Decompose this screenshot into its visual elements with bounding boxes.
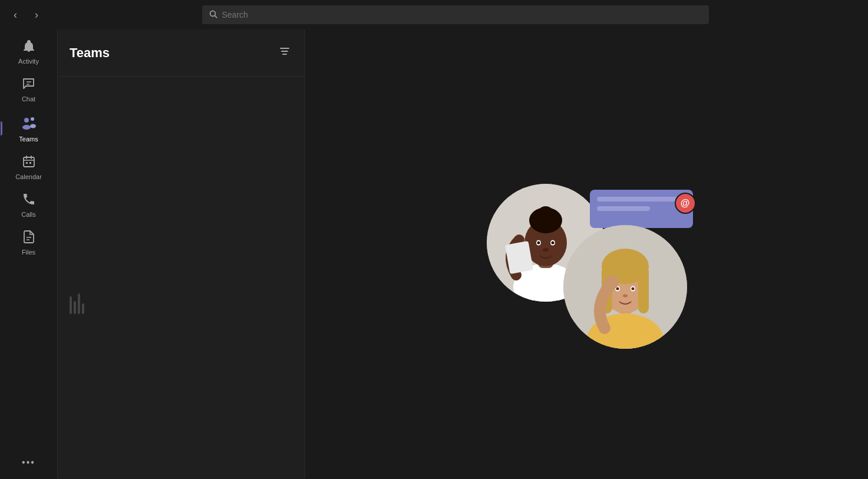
loading-bar-3 (78, 293, 80, 314)
svg-point-36 (616, 287, 619, 290)
message-bubble: @ (590, 190, 693, 228)
person2-circle (563, 225, 687, 349)
sidebar-item-calendar[interactable]: Calendar (5, 150, 52, 185)
svg-rect-8 (24, 157, 34, 167)
loading-bar-2 (74, 301, 76, 314)
sidebar-item-calls-label: Calls (21, 211, 35, 218)
svg-point-21 (537, 206, 554, 223)
sidebar-item-files[interactable]: Files (5, 225, 52, 260)
search-icon (209, 10, 217, 20)
loading-bars (70, 290, 84, 314)
svg-point-39 (623, 294, 628, 297)
chat-icon (22, 77, 36, 93)
sidebar-item-teams[interactable]: Teams (5, 110, 52, 147)
sidebar-item-more[interactable]: ••• (5, 453, 52, 472)
topbar: ‹ › (0, 0, 868, 29)
sidebar: Activity Chat Teams (0, 29, 58, 479)
illustration: @ (475, 160, 699, 349)
loading-bar-4 (82, 303, 84, 314)
filter-button[interactable] (276, 43, 293, 62)
svg-point-4 (24, 118, 29, 123)
teams-panel-header: Teams (58, 29, 305, 77)
person2-svg (563, 225, 687, 349)
at-badge: @ (675, 193, 696, 214)
msg-line-2 (597, 206, 651, 211)
teams-icon (21, 114, 37, 133)
svg-point-38 (631, 287, 634, 290)
more-icon: ••• (22, 458, 35, 467)
msg-line-1 (597, 197, 686, 201)
svg-rect-12 (26, 162, 28, 164)
svg-point-23 (537, 241, 540, 244)
svg-point-7 (30, 124, 36, 128)
sidebar-item-calls[interactable]: Calls (5, 187, 52, 223)
files-icon (22, 230, 36, 246)
forward-button[interactable]: › (28, 6, 45, 23)
svg-rect-27 (504, 240, 533, 273)
svg-point-40 (605, 275, 619, 289)
search-bar (202, 5, 709, 24)
calls-icon (22, 192, 36, 209)
activity-icon (22, 39, 36, 55)
sidebar-item-teams-label: Teams (19, 136, 38, 143)
sidebar-item-activity[interactable]: Activity (5, 34, 52, 70)
content-area: @ (305, 29, 868, 479)
sidebar-item-chat[interactable]: Chat (5, 72, 52, 107)
teams-panel-title: Teams (70, 45, 110, 61)
svg-point-5 (31, 117, 34, 121)
svg-rect-13 (29, 162, 31, 164)
svg-rect-34 (638, 266, 649, 313)
main-area: Activity Chat Teams (0, 29, 868, 479)
back-button[interactable]: ‹ (7, 6, 24, 23)
svg-point-25 (551, 241, 554, 244)
teams-panel: Teams (58, 29, 305, 479)
svg-point-26 (543, 248, 549, 252)
sidebar-item-files-label: Files (22, 249, 35, 256)
svg-line-1 (214, 15, 217, 18)
sidebar-item-calendar-label: Calendar (15, 173, 42, 180)
calendar-icon (22, 154, 36, 171)
svg-point-6 (22, 125, 31, 130)
sidebar-item-chat-label: Chat (22, 95, 35, 103)
search-input[interactable] (222, 10, 702, 19)
teams-panel-body (58, 77, 305, 479)
loading-bar-1 (70, 296, 72, 314)
sidebar-item-activity-label: Activity (18, 58, 39, 65)
